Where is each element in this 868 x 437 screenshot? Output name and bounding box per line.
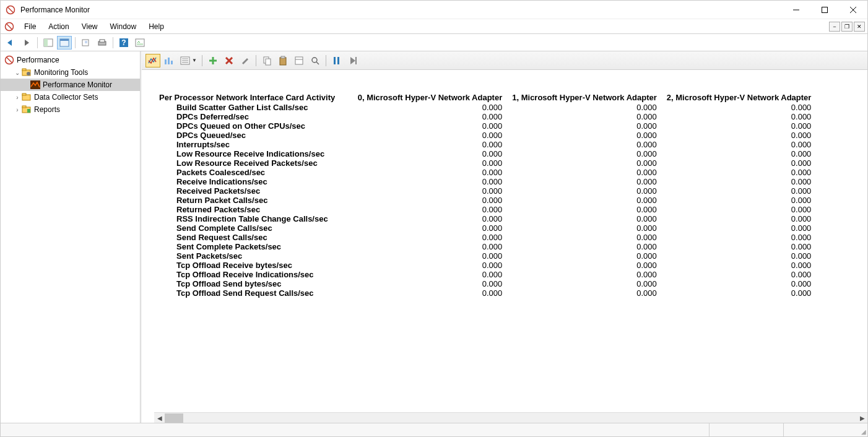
table-row[interactable]: DPCs Queued on Other CPUs/sec0.0000.0000… [154,121,816,131]
svg-point-23 [27,72,30,76]
counter-name: Low Resource Received Packets/sec [154,158,353,168]
maximize-button[interactable] [810,1,839,19]
zoom-button[interactable] [308,54,323,67]
tree-label: Performance [17,56,59,64]
counter-name: RSS Indirection Table Change Calls/sec [154,214,353,223]
view-chart-button[interactable] [145,54,160,67]
counter-value: 0.000 [353,131,508,140]
update-data-button[interactable] [345,54,360,67]
table-row[interactable]: RSS Indirection Table Change Calls/sec0.… [154,214,816,223]
svg-rect-14 [100,40,105,42]
navigation-tree[interactable]: Performance ⌄ Monitoring Tools Performan… [1,51,141,423]
table-row[interactable]: Build Scatter Gather List Calls/sec0.000… [154,103,816,112]
resize-grip-icon[interactable]: ◢ [857,423,867,436]
counter-value: 0.000 [353,233,508,242]
table-row[interactable]: Send Complete Calls/sec0.0000.0000.000 [154,223,816,233]
counter-value: 0.000 [507,131,662,140]
counter-value: 0.000 [353,168,508,177]
counter-value: 0.000 [662,149,817,158]
view-report-button[interactable]: ▼ [178,54,199,67]
table-row[interactable]: Receive Indications/sec0.0000.0000.000 [154,177,816,186]
table-row[interactable]: DPCs Deferred/sec0.0000.0000.000 [154,112,816,121]
scroll-right-button[interactable]: ▶ [857,413,867,423]
counter-value: 0.000 [662,112,817,121]
table-row[interactable]: Return Packet Calls/sec0.0000.0000.000 [154,196,816,205]
table-row[interactable]: Tcp Offload Send bytes/sec0.0000.0000.00… [154,279,816,288]
tree-node-performance-monitor[interactable]: Performance Monitor [1,79,140,91]
mdi-minimize-button[interactable]: − [829,22,840,32]
svg-rect-49 [334,57,336,64]
report-scroll[interactable]: Per Processor Network Interface Card Act… [154,92,867,412]
counter-value: 0.000 [507,214,662,223]
menu-action[interactable]: Action [42,20,75,33]
scroll-thumb[interactable] [165,413,183,423]
counter-value: 0.000 [353,288,508,298]
counter-value: 0.000 [507,205,662,214]
table-row[interactable]: Low Resource Receive Indications/sec0.00… [154,149,816,158]
table-row[interactable]: Received Packets/sec0.0000.0000.000 [154,186,816,196]
freeze-display-button[interactable] [329,54,344,67]
highlight-button[interactable] [238,54,253,67]
column-header: 0, Microsoft Hyper-V Network Adapter [353,92,508,103]
horizontal-scrollbar[interactable]: ◀ ▶ [154,412,867,423]
table-row[interactable]: Packets Coalesced/sec0.0000.0000.000 [154,168,816,177]
tree-node-monitoring-tools[interactable]: ⌄ Monitoring Tools [1,66,140,79]
counter-value: 0.000 [507,279,662,288]
scroll-left-button[interactable]: ◀ [154,413,165,423]
view-histogram-button[interactable] [162,54,176,67]
svg-rect-9 [44,39,48,46]
table-row[interactable]: Tcp Offload Receive bytes/sec0.0000.0000… [154,261,816,270]
properties-button[interactable] [57,36,72,50]
table-header-row: Per Processor Network Interface Card Act… [154,92,816,103]
counter-value: 0.000 [353,149,508,158]
export-button[interactable] [79,36,93,50]
counter-name: DPCs Queued/sec [154,131,353,140]
svg-rect-18 [137,43,143,45]
table-row[interactable]: Tcp Offload Receive Indications/sec0.000… [154,270,816,279]
table-row[interactable]: Send Request Calls/sec0.0000.0000.000 [154,233,816,242]
counter-name: DPCs Deferred/sec [154,112,353,121]
add-counter-button[interactable] [206,54,220,67]
tree-node-reports[interactable]: › Reports [1,103,140,116]
table-row[interactable]: Sent Complete Packets/sec0.0000.0000.000 [154,242,816,251]
tree-node-performance[interactable]: Performance [1,54,140,66]
refresh-button[interactable] [132,36,147,50]
expand-icon[interactable]: › [13,94,22,101]
counter-value: 0.000 [662,214,817,223]
menu-window[interactable]: Window [104,20,143,33]
counter-value: 0.000 [507,288,662,298]
show-hide-tree-button[interactable] [41,36,56,50]
menu-view[interactable]: View [76,20,104,33]
help-button[interactable]: ? [116,36,131,50]
expand-icon[interactable]: › [13,106,22,113]
mdi-close-button[interactable]: ✕ [854,22,865,32]
menu-file[interactable]: File [18,20,42,33]
back-button[interactable] [3,36,18,50]
properties-dialog-button[interactable] [292,54,306,67]
counter-value: 0.000 [507,251,662,261]
table-row[interactable]: Interrupts/sec0.0000.0000.000 [154,140,816,149]
group-header: Per Processor Network Interface Card Act… [154,92,353,103]
status-pane [783,423,857,436]
collapse-icon[interactable]: ⌄ [13,69,22,76]
close-button[interactable] [839,1,867,19]
table-row[interactable]: Returned Packets/sec0.0000.0000.000 [154,205,816,214]
body: Performance ⌄ Monitoring Tools Performan… [1,51,867,423]
tree-node-data-collector-sets[interactable]: › Data Collector Sets [1,91,140,103]
table-row[interactable]: Low Resource Received Packets/sec0.0000.… [154,158,816,168]
copy-button[interactable] [259,54,274,67]
counter-value: 0.000 [507,149,662,158]
window-controls [782,1,867,19]
minimize-button[interactable] [782,1,810,19]
table-row[interactable]: Tcp Offload Send Request Calls/sec0.0000… [154,288,816,298]
scroll-track[interactable] [165,413,857,423]
mdi-restore-button[interactable]: ❐ [841,22,853,32]
counter-value: 0.000 [662,121,817,131]
forward-button[interactable] [19,36,34,50]
table-row[interactable]: Sent Packets/sec0.0000.0000.000 [154,251,816,261]
table-row[interactable]: DPCs Queued/sec0.0000.0000.000 [154,131,816,140]
menu-help[interactable]: Help [142,20,170,33]
print-button[interactable] [95,36,110,50]
delete-counter-button[interactable] [222,54,237,67]
paste-button[interactable] [276,54,290,67]
